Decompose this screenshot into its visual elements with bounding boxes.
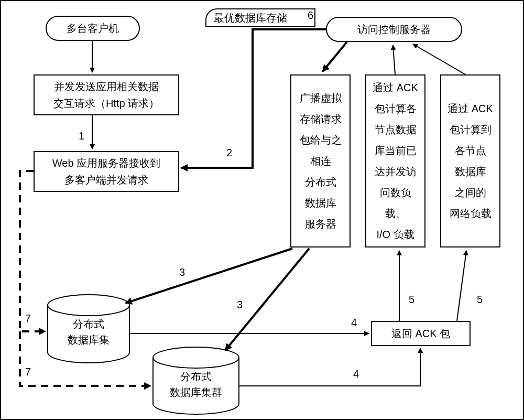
node-broadcast: 广播虚拟 存储请求 包给与之 相连 分布式 数据库 服务器	[290, 74, 351, 247]
node-calc-io: 通过 ACK 包计算各 节点数据 库当前已 达并发访 问数负载、 I/O 负载	[365, 74, 425, 247]
edge-access-to-broadcast	[323, 42, 347, 71]
svg-point-4	[48, 295, 129, 316]
num-4b: 4	[353, 368, 359, 380]
node-ack-label: 返回 ACK 包	[391, 325, 450, 342]
num-5b: 5	[477, 294, 483, 306]
edge-net-to-access	[413, 44, 465, 74]
node-http-request: 并发发送应用相关数据 交互请求（Http 请求）	[34, 74, 179, 115]
edge-ack-to-net	[457, 251, 466, 321]
db2-label: 分布式 数据库集群	[165, 368, 227, 401]
node-clients: 多台客户机	[46, 16, 140, 41]
edge-db2-to-ack	[239, 348, 420, 386]
num-3b: 3	[237, 299, 243, 311]
node-http-request-label: 并发发送应用相关数据 交互请求（Http 请求）	[53, 78, 159, 112]
edge-web-to-db1-dashed	[20, 171, 45, 331]
edge-broadcast-to-db1	[126, 249, 292, 303]
node-access-control-label: 访问控制服务器	[357, 21, 431, 38]
node-web-server-label: Web 应用服务器接收到 多客户端并发请求	[52, 155, 160, 188]
node-broadcast-label: 广播虚拟 存储请求 包给与之 相连 分布式 数据库 服务器	[300, 88, 342, 234]
num-1: 1	[79, 130, 84, 142]
edge-io-to-access	[393, 45, 395, 74]
num-3a: 3	[179, 266, 185, 278]
node-ack: 返回 ACK 包	[371, 321, 471, 346]
svg-point-9	[153, 347, 239, 368]
node-access-control: 访问控制服务器	[326, 17, 462, 42]
tab-optimal-storage: 最优数据库存储	[205, 8, 315, 27]
node-calc-io-label: 通过 ACK 包计算各 节点数据 库当前已 达并发访 问数负载、 I/O 负载	[370, 77, 420, 245]
num-6: 6	[308, 9, 313, 21]
node-clients-label: 多台客户机	[67, 20, 119, 37]
node-web-server: Web 应用服务器接收到 多客户端并发请求	[34, 151, 179, 192]
node-calc-net: 通过 ACK 包计算到 各节点 数据库 之间的 网络负载	[440, 74, 500, 247]
num-4a: 4	[351, 317, 357, 329]
num-7a: 7	[25, 313, 31, 325]
num-2: 2	[226, 147, 232, 159]
num-5a: 5	[409, 294, 414, 306]
tab-label: 最优数据库存储	[214, 11, 287, 25]
num-7b: 7	[25, 366, 31, 378]
node-calc-net-label: 通过 ACK 包计算到 各节点 数据库 之间的 网络负载	[447, 98, 493, 224]
db1-label: 分布式 数据库集	[58, 316, 119, 348]
